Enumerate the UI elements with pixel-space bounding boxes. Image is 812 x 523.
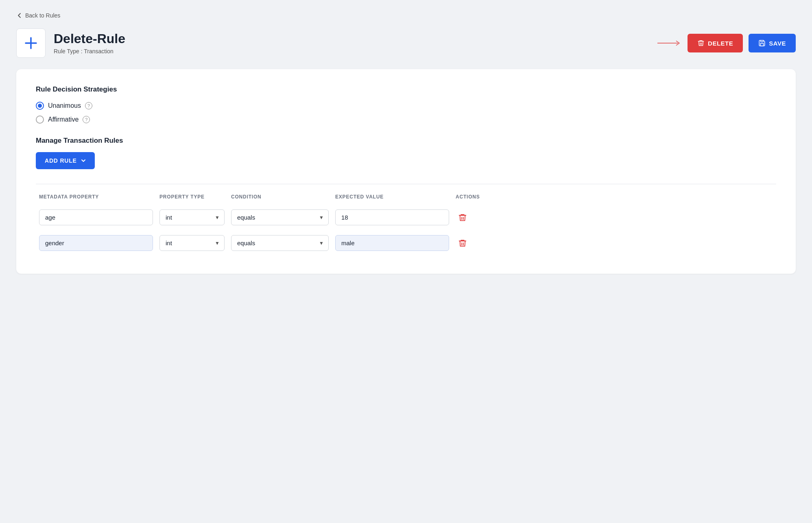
- property-type-cell-1: int string boolean ▼: [159, 209, 225, 225]
- delete-label: DELETE: [708, 40, 733, 47]
- add-rule-button[interactable]: ADD RULE: [36, 152, 95, 169]
- radio-affirmative-circle[interactable]: [36, 115, 44, 124]
- delete-button[interactable]: DELETE: [688, 34, 743, 52]
- add-rule-label: ADD RULE: [45, 157, 77, 164]
- delete-row-button-1[interactable]: [456, 211, 469, 224]
- col-metadata: METADATA PROPERTY: [39, 194, 153, 200]
- expected-value-input-1[interactable]: [335, 209, 449, 225]
- arrow-left-icon: [16, 12, 23, 19]
- save-icon: [758, 39, 766, 47]
- condition-select-2[interactable]: equals not equals greater than less than: [231, 235, 329, 251]
- rule-type: Rule Type : Transaction: [54, 48, 125, 54]
- rule-title: Delete-Rule: [54, 32, 125, 46]
- col-expected-value: EXPECTED VALUE: [335, 194, 449, 200]
- manage-title: Manage Transaction Rules: [36, 137, 776, 145]
- radio-affirmative[interactable]: Affirmative ?: [36, 115, 776, 124]
- rule-icon: [16, 28, 46, 58]
- header-actions: DELETE SAVE: [657, 34, 796, 52]
- header-left: Delete-Rule Rule Type : Transaction: [16, 28, 125, 58]
- radio-unanimous[interactable]: Unanimous ?: [36, 102, 776, 110]
- strategies-title: Rule Decision Strategies: [36, 85, 776, 94]
- metadata-property-input-2[interactable]: [39, 235, 153, 251]
- plus-icon: [23, 35, 39, 51]
- expected-value-cell-2: [335, 235, 449, 251]
- expected-value-input-2[interactable]: [335, 235, 449, 251]
- trash-icon: [697, 39, 705, 47]
- table-divider: [36, 184, 776, 184]
- page-header: Delete-Rule Rule Type : Transaction DELE…: [16, 28, 796, 58]
- table-row: int string boolean ▼ equals not equals g…: [36, 206, 776, 229]
- back-label: Back to Rules: [25, 12, 60, 19]
- radio-unanimous-label: Unanimous: [48, 102, 81, 109]
- delete-row-button-2[interactable]: [456, 236, 469, 250]
- actions-cell-2: [456, 236, 488, 250]
- save-button[interactable]: SAVE: [749, 34, 796, 52]
- main-card: Rule Decision Strategies Unanimous ? Aff…: [16, 69, 796, 274]
- metadata-property-cell-2: [39, 235, 153, 251]
- unanimous-help-icon[interactable]: ?: [85, 102, 92, 109]
- back-to-rules-link[interactable]: Back to Rules: [16, 12, 60, 19]
- property-type-select-1[interactable]: int string boolean: [159, 209, 225, 225]
- table-row: int string boolean ▼ equals not equals g…: [36, 232, 776, 254]
- condition-cell-2: equals not equals greater than less than…: [231, 235, 329, 251]
- affirmative-help-icon[interactable]: ?: [83, 116, 90, 123]
- trash-row-icon-2: [458, 239, 467, 248]
- property-type-cell-2: int string boolean ▼: [159, 235, 225, 251]
- expected-value-cell-1: [335, 209, 449, 225]
- table-header: METADATA PROPERTY PROPERTY TYPE CONDITIO…: [36, 194, 776, 200]
- radio-affirmative-label: Affirmative: [48, 116, 79, 123]
- metadata-property-input-1[interactable]: [39, 209, 153, 225]
- strategies-radio-group: Unanimous ? Affirmative ?: [36, 102, 776, 124]
- chevron-down-icon: [81, 158, 86, 163]
- metadata-property-cell-1: [39, 209, 153, 225]
- actions-cell-1: [456, 211, 488, 224]
- col-property-type: PROPERTY TYPE: [159, 194, 225, 200]
- save-label: SAVE: [769, 40, 786, 47]
- radio-unanimous-circle[interactable]: [36, 102, 44, 110]
- col-actions: ACTIONS: [456, 194, 488, 200]
- col-condition: CONDITION: [231, 194, 329, 200]
- arrow-indicator: [657, 38, 682, 48]
- rule-info: Delete-Rule Rule Type : Transaction: [54, 32, 125, 54]
- arrow-right-icon: [657, 38, 682, 48]
- trash-row-icon-1: [458, 213, 467, 222]
- property-type-select-2[interactable]: int string boolean: [159, 235, 225, 251]
- condition-cell-1: equals not equals greater than less than…: [231, 209, 329, 225]
- condition-select-1[interactable]: equals not equals greater than less than: [231, 209, 329, 225]
